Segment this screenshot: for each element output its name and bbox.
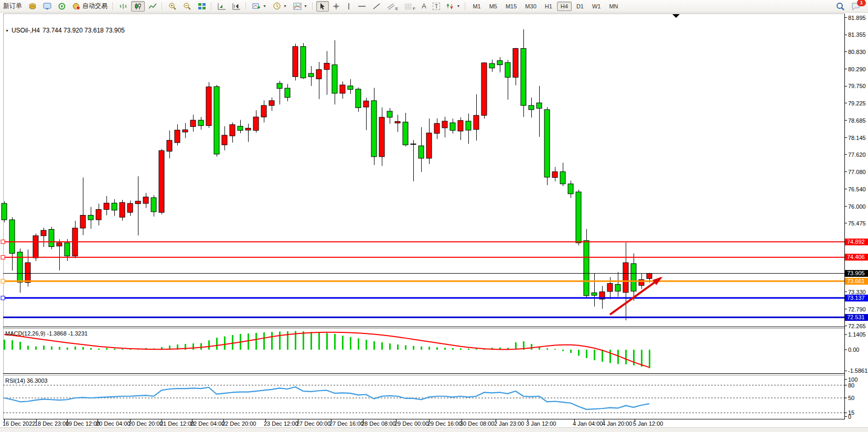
notification-badge: 1 bbox=[857, 0, 866, 6]
crosshair-tool-button[interactable] bbox=[330, 1, 342, 12]
trendline-tool-button[interactable] bbox=[370, 1, 383, 12]
vertical-line-icon bbox=[346, 3, 351, 10]
time-axis-label: 4 Jan 20:00 bbox=[602, 420, 633, 427]
timeframe-button-M30[interactable]: M30 bbox=[521, 2, 540, 11]
timeframe-button-W1[interactable]: W1 bbox=[588, 2, 605, 11]
vertical-line-tool-button[interactable] bbox=[344, 1, 354, 12]
level-price-badge: 72.531 bbox=[845, 314, 868, 321]
price-axis-label: 80.290 bbox=[848, 66, 866, 72]
time-axis-label: 22 Dec 20:00 bbox=[222, 420, 256, 427]
channel-tool-button[interactable]: E bbox=[384, 1, 401, 12]
level-price-badge: 74.892 bbox=[845, 239, 868, 245]
price-axis-label: 77.080 bbox=[848, 169, 866, 175]
notifications-button[interactable]: 1 bbox=[849, 1, 863, 12]
clock-icon bbox=[273, 2, 281, 10]
time-axis-label: 3 Jan 12:00 bbox=[526, 420, 556, 427]
macd-axis-label: -1.5861 bbox=[848, 368, 867, 374]
text-tool-letter: A bbox=[422, 2, 426, 10]
new-chart-button[interactable]: ▼ bbox=[250, 1, 269, 12]
price-axis-label: 79.225 bbox=[848, 100, 866, 106]
auto-trading-button[interactable]: 自动交易 bbox=[70, 1, 110, 12]
arrows-tool-button[interactable]: ▼ bbox=[444, 1, 463, 12]
zoom-out-icon bbox=[183, 2, 191, 10]
chart-window[interactable]: ▼ USOil-,H4 73.744 73.920 73.618 73.905 … bbox=[0, 12, 868, 432]
zoom-in-icon bbox=[168, 2, 177, 10]
search-icon bbox=[836, 2, 845, 10]
auto-scroll-button[interactable] bbox=[215, 1, 229, 12]
timeframe-button-H1[interactable]: H1 bbox=[541, 2, 556, 11]
window-bottom-edge bbox=[0, 427, 868, 432]
time-axis-label: 18 Dec 23:00 bbox=[35, 420, 69, 427]
signal-icon bbox=[58, 3, 66, 10]
time-axis-label: 19 Dec 12:00 bbox=[66, 420, 100, 427]
bar-chart-button[interactable] bbox=[116, 1, 130, 12]
pane-borders bbox=[3, 14, 845, 419]
line-chart-button[interactable] bbox=[146, 1, 159, 12]
macd-axis-label: 0.00 bbox=[848, 347, 859, 353]
cursor-icon bbox=[319, 3, 326, 10]
chart-canvas bbox=[0, 13, 868, 432]
chart-ohlc-values: 73.744 73.920 73.618 73.905 bbox=[42, 27, 125, 34]
chart-shift-button[interactable] bbox=[230, 1, 243, 12]
cursor-tool-button[interactable] bbox=[316, 1, 329, 12]
timeframe-button-M15[interactable]: M15 bbox=[502, 2, 520, 11]
fibonacci-tool-button[interactable]: F bbox=[402, 1, 418, 12]
toolbar-group-zoom bbox=[165, 0, 209, 12]
time-axis-label: 16 Dec 2022 bbox=[3, 420, 35, 427]
market-watch-button[interactable] bbox=[26, 1, 39, 12]
horizontal-line-icon bbox=[358, 3, 366, 10]
tile-windows-icon bbox=[198, 3, 206, 10]
search-button[interactable] bbox=[833, 1, 848, 12]
time-axis-label: 28 Dec 08:00 bbox=[361, 420, 395, 427]
chart-symbol-period: USOil-,H4 bbox=[12, 27, 40, 34]
timeframe-button-M1[interactable]: M1 bbox=[469, 2, 484, 11]
dropdown-arrow-icon: ▼ bbox=[263, 4, 266, 8]
profiles-button[interactable]: ▼ bbox=[270, 1, 290, 12]
toolbar-group-scroll bbox=[215, 0, 244, 12]
equidistant-channel-icon bbox=[387, 3, 395, 10]
price-axis-label: 75.475 bbox=[848, 220, 866, 226]
toolbar-group-chart-type bbox=[116, 0, 160, 12]
timeframe-button-H4[interactable]: H4 bbox=[557, 2, 572, 11]
toolbar: 新订单 自动交易 bbox=[0, 0, 868, 13]
time-axis-label: 20 Dec 04:00 bbox=[96, 420, 130, 427]
indicators-button[interactable]: ▼ bbox=[291, 1, 310, 12]
bar-chart-icon bbox=[119, 3, 127, 10]
chart-shift-icon bbox=[232, 3, 241, 10]
candlestick-chart-button[interactable] bbox=[131, 1, 145, 12]
rsi-layer bbox=[3, 385, 844, 413]
price-axis-label: 80.830 bbox=[848, 49, 866, 55]
time-axis-label: 5 Jan 12:00 bbox=[633, 420, 663, 427]
macd-layer bbox=[4, 331, 650, 368]
data-window-button[interactable] bbox=[55, 1, 69, 12]
auto-trading-icon bbox=[72, 3, 81, 10]
text-label-tool-button[interactable]: T bbox=[430, 1, 443, 12]
time-axis-label: 2 Jan 23:00 bbox=[494, 420, 524, 427]
navigator-button[interactable] bbox=[40, 1, 54, 12]
level-price-badge: 74.406 bbox=[845, 254, 868, 261]
dropdown-arrow-icon: ▼ bbox=[304, 4, 307, 8]
price-axis-label: 76.540 bbox=[848, 186, 866, 192]
timeframe-button-MN[interactable]: MN bbox=[605, 2, 621, 11]
timeframe-button-M5[interactable]: M5 bbox=[486, 2, 501, 11]
annotations bbox=[610, 14, 680, 315]
time-axis-label: 27 Dec 00:00 bbox=[296, 420, 330, 427]
rsi-axis-label: 80 bbox=[848, 382, 854, 388]
zoom-in-button[interactable] bbox=[166, 1, 179, 12]
text-tool-button[interactable]: A bbox=[419, 1, 429, 12]
toolbar-grip bbox=[112, 3, 114, 10]
toolbar-right-group: 1 bbox=[833, 1, 868, 12]
macd-axis-label: 1.1405 bbox=[848, 331, 866, 338]
toolbar-grip bbox=[312, 3, 314, 10]
new-order-button[interactable]: 新订单 bbox=[1, 1, 25, 12]
horizontal-line-tool-button[interactable] bbox=[355, 1, 369, 12]
chart-title-collapse-icon[interactable]: ▼ bbox=[5, 29, 9, 33]
channel-letter: E bbox=[395, 6, 398, 11]
chart-shift-marker-icon bbox=[672, 14, 680, 18]
price-axis-label: 77.620 bbox=[848, 152, 866, 158]
rsi-indicator-label: RSI(14) 36.3003 bbox=[5, 377, 48, 384]
level-price-badge: 73.905 bbox=[845, 270, 868, 277]
zoom-out-button[interactable] bbox=[180, 1, 194, 12]
timeframe-button-D1[interactable]: D1 bbox=[573, 2, 587, 11]
tile-windows-button[interactable] bbox=[195, 1, 209, 12]
